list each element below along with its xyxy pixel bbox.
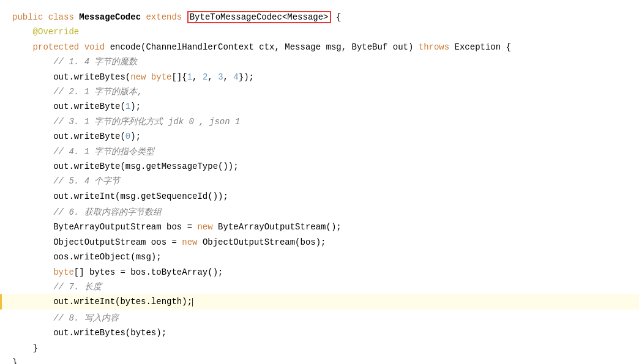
code-token: @Override <box>33 27 80 37</box>
code-line: out.writeByte(msg.getMessageType()); <box>0 159 639 174</box>
code-line: // 8. 写入内容 <box>0 311 639 325</box>
code-token: 1 <box>187 72 192 82</box>
code-token: out.writeInt(msg.getSequenceId()); <box>53 191 228 201</box>
code-token: byte <box>151 72 172 82</box>
text-cursor <box>192 298 193 306</box>
code-token: out.writeInt(bytes. <box>53 297 151 306</box>
code-token: public <box>12 12 48 22</box>
code-token: out.writeByte( <box>53 102 125 111</box>
code-line: out.writeByte(1); <box>0 99 639 114</box>
code-token: , <box>223 72 234 82</box>
code-token: (ChannelHandlerContext ctx, Message msg,… <box>141 42 419 52</box>
code-token: new <box>130 72 151 82</box>
code-token: ObjectOutputStream(bos); <box>203 237 326 247</box>
code-token: , <box>192 72 203 82</box>
code-token: // 4. 1 字节的指令类型 <box>53 147 154 157</box>
code-token: void <box>84 42 110 52</box>
code-line: out.writeBytes(new byte[]{1, 2, 3, 4}); <box>0 70 639 84</box>
code-token: new <box>197 222 218 232</box>
code-line: } <box>0 341 639 355</box>
code-line: // 5. 4 个字节 <box>0 174 639 188</box>
code-line: // 7. 长度 <box>0 280 639 294</box>
code-line: // 3. 1 字节的序列化方式 jdk 0 , json 1 <box>0 114 639 129</box>
code-token: } <box>12 358 17 364</box>
code-line: byte[] bytes = bos.toByteArray(); <box>0 265 639 280</box>
code-token: encode <box>110 42 141 52</box>
code-token: out.writeByte(msg.getMessageType()); <box>53 162 238 171</box>
code-token: MessageCodec <box>79 12 146 22</box>
code-token: // 8. 写入内容 <box>53 313 118 323</box>
code-token: throws <box>419 42 455 52</box>
code-token: 4 <box>233 72 238 82</box>
code-token: ); <box>130 102 141 111</box>
code-token: // 3. 1 字节的序列化方式 jdk 0 , json 1 <box>53 117 240 127</box>
code-token: , <box>207 72 218 82</box>
code-token: 1 <box>125 102 130 111</box>
code-token: [] bytes = bos.toByteArray(); <box>74 267 223 277</box>
code-line: protected void encode(ChannelHandlerCont… <box>0 40 639 54</box>
code-token: new <box>182 237 203 247</box>
code-token: // 1. 4 字节的魔数 <box>53 57 137 67</box>
code-line: oos.writeObject(msg); <box>0 250 639 264</box>
code-line: ByteArrayOutputStream bos = new ByteArra… <box>0 220 639 234</box>
code-token: // 6. 获取内容的字节数组 <box>53 207 161 217</box>
code-line: ObjectOutputStream oos = new ObjectOutpu… <box>0 235 639 250</box>
code-line: // 4. 1 字节的指令类型 <box>0 144 639 159</box>
code-token: ByteArrayOutputStream(); <box>218 222 342 232</box>
code-token: 0 <box>125 132 130 141</box>
code-token: // 2. 1 字节的版本, <box>53 87 143 97</box>
code-token: out.writeBytes(bytes); <box>53 328 166 338</box>
code-token: { <box>331 12 342 22</box>
code-line: out.writeInt(bytes.length); <box>0 294 639 309</box>
code-line: public class MessageCodec extends ByteTo… <box>0 10 639 24</box>
code-token: ByteArrayOutputStream bos = <box>53 222 197 232</box>
code-line: out.writeByte(0); <box>0 129 639 144</box>
code-line: @Override <box>0 24 639 39</box>
code-token: ); <box>130 132 141 141</box>
code-line: // 1. 4 字节的魔数 <box>0 54 639 69</box>
code-token: Exception { <box>455 42 511 52</box>
code-line: out.writeBytes(bytes); <box>0 325 639 340</box>
code-line: // 2. 1 字节的版本, <box>0 84 639 99</box>
code-line: // 6. 获取内容的字节数组 <box>0 205 639 220</box>
highlighted-class: ByteToMessageCodec<Message> <box>187 11 331 23</box>
code-token: extends <box>146 12 187 22</box>
code-token: out.writeByte( <box>53 132 125 141</box>
code-token: class <box>48 12 79 22</box>
code-container: public class MessageCodec extends ByteTo… <box>0 0 639 364</box>
code-token: []{ <box>171 72 187 82</box>
code-line: } <box>0 355 639 364</box>
code-line: out.writeInt(msg.getSequenceId()); <box>0 189 639 204</box>
code-token: protected <box>33 42 84 52</box>
code-token: ObjectOutputStream oos = <box>53 237 182 247</box>
code-token: byte <box>53 267 74 277</box>
code-token: oos.writeObject(msg); <box>53 252 161 262</box>
code-token: // 5. 4 个字节 <box>53 176 120 186</box>
code-token: 3 <box>218 72 223 82</box>
code-token: length <box>151 297 182 306</box>
code-token: ); <box>182 297 192 306</box>
code-token: out.writeBytes( <box>53 72 130 82</box>
code-token: } <box>33 343 38 353</box>
code-token: // 7. 长度 <box>53 282 101 292</box>
code-token: }); <box>239 72 254 82</box>
